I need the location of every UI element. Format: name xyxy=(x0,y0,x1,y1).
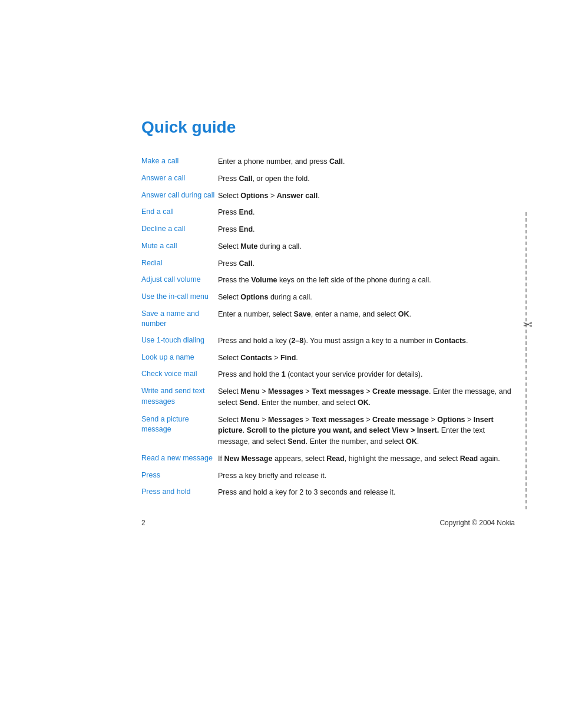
guide-description: Select Menu > Messages > Text messages >… xyxy=(218,411,515,450)
copyright-text: Copyright © 2004 Nokia xyxy=(439,519,515,527)
guide-description: Press End. xyxy=(218,204,515,221)
guide-label: Check voice mail xyxy=(141,366,218,383)
guide-label: Use the in-call menu xyxy=(141,289,218,306)
guide-label: Redial xyxy=(141,255,218,272)
guide-description: Select Mute during a call. xyxy=(218,238,515,255)
guide-label: Make a call xyxy=(141,153,218,170)
guide-description: Select Options during a call. xyxy=(218,289,515,306)
guide-description: Press End. xyxy=(218,221,515,238)
guide-label: Mute a call xyxy=(141,238,218,255)
scissors-icon: ✂ xyxy=(523,318,533,330)
guide-description: Select Contacts > Find. xyxy=(218,350,515,367)
table-row: Decline a callPress End. xyxy=(141,221,515,238)
guide-label: Save a name and number xyxy=(141,306,218,332)
guide-description: Press and hold a key (2–8). You must ass… xyxy=(218,332,515,350)
guide-label: Press xyxy=(141,467,218,485)
guide-label: Look up a name xyxy=(141,350,218,367)
guide-description: Press a key briefly and release it. xyxy=(218,467,515,485)
guide-description: Enter a number, select Save, enter a nam… xyxy=(218,306,515,332)
page-title: Quick guide xyxy=(141,118,515,137)
page-number: 2 xyxy=(141,519,146,527)
guide-description: Press Call. xyxy=(218,255,515,272)
guide-description: Select Options > Answer call. xyxy=(218,187,515,205)
dotted-line-decoration xyxy=(525,212,527,509)
guide-label: Answer a call xyxy=(141,170,218,187)
table-row: Make a callEnter a phone number, and pre… xyxy=(141,153,515,170)
guide-label: Write and send text messages xyxy=(141,383,218,411)
guide-description: Press the Volume keys on the left side o… xyxy=(218,272,515,289)
guide-label: Press and hold xyxy=(141,484,218,501)
guide-description: Press Call, or open the fold. xyxy=(218,170,515,187)
guide-description: Enter a phone number, and press Call. xyxy=(218,153,515,170)
table-row: Use 1-touch dialingPress and hold a key … xyxy=(141,332,515,350)
table-row: Adjust call volumePress the Volume keys … xyxy=(141,272,515,289)
guide-label: Decline a call xyxy=(141,221,218,238)
table-row: Save a name and numberEnter a number, se… xyxy=(141,306,515,332)
guide-table: Make a callEnter a phone number, and pre… xyxy=(141,153,515,501)
guide-label: End a call xyxy=(141,204,218,221)
guide-label: Read a new message xyxy=(141,450,218,467)
guide-label: Use 1-touch dialing xyxy=(141,332,218,350)
guide-description: Press and hold the 1 (contact your servi… xyxy=(218,366,515,383)
page-container: ✂ Quick guide Make a callEnter a phone n… xyxy=(0,0,562,728)
table-row: Check voice mailPress and hold the 1 (co… xyxy=(141,366,515,383)
guide-description: Press and hold a key for 2 to 3 seconds … xyxy=(218,484,515,501)
table-row: Use the in-call menuSelect Options durin… xyxy=(141,289,515,306)
guide-description: Select Menu > Messages > Text messages >… xyxy=(218,383,515,411)
guide-description: If New Message appears, select Read, hig… xyxy=(218,450,515,467)
guide-label: Send a picture message xyxy=(141,411,218,450)
table-row: Read a new messageIf New Message appears… xyxy=(141,450,515,467)
table-row: Send a picture messageSelect Menu > Mess… xyxy=(141,411,515,450)
table-row: End a callPress End. xyxy=(141,204,515,221)
table-row: Write and send text messagesSelect Menu … xyxy=(141,383,515,411)
table-row: PressPress a key briefly and release it. xyxy=(141,467,515,485)
table-row: Mute a callSelect Mute during a call. xyxy=(141,238,515,255)
table-row: Answer call during callSelect Options > … xyxy=(141,187,515,205)
guide-label: Adjust call volume xyxy=(141,272,218,289)
table-row: Press and holdPress and hold a key for 2… xyxy=(141,484,515,501)
content-area: ✂ Quick guide Make a callEnter a phone n… xyxy=(141,118,515,527)
page-footer: 2 Copyright © 2004 Nokia xyxy=(141,519,515,527)
table-row: RedialPress Call. xyxy=(141,255,515,272)
guide-label: Answer call during call xyxy=(141,187,218,205)
table-row: Look up a nameSelect Contacts > Find. xyxy=(141,350,515,367)
table-row: Answer a callPress Call, or open the fol… xyxy=(141,170,515,187)
